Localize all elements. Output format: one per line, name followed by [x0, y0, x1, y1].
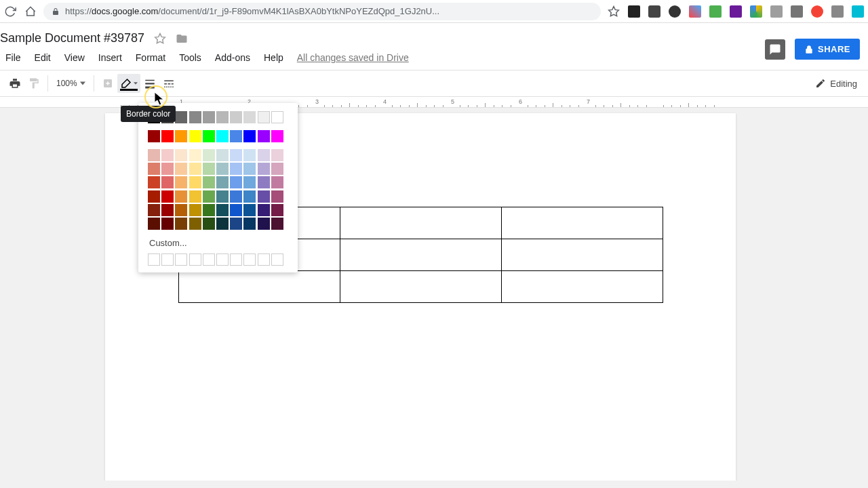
- comments-button[interactable]: [765, 39, 785, 60]
- color-swatch[interactable]: [243, 111, 256, 123]
- table-cell[interactable]: [179, 271, 340, 303]
- zoom-select[interactable]: 100%: [52, 79, 90, 88]
- table-cell[interactable]: [502, 207, 663, 239]
- color-swatch[interactable]: [175, 204, 187, 216]
- border-dash-button[interactable]: [159, 74, 178, 93]
- color-swatch[interactable]: [189, 204, 201, 216]
- table-cell[interactable]: [340, 271, 502, 303]
- color-swatch[interactable]: [271, 149, 283, 161]
- bookmark-star-icon[interactable]: [608, 5, 620, 18]
- home-icon[interactable]: [24, 5, 37, 18]
- save-status[interactable]: All changes saved in Drive: [292, 49, 414, 66]
- custom-color-slot[interactable]: [189, 253, 201, 266]
- color-swatch[interactable]: [148, 218, 160, 230]
- ext-icon-3[interactable]: [669, 5, 681, 18]
- custom-color-slot[interactable]: [161, 253, 174, 266]
- color-swatch[interactable]: [203, 163, 215, 175]
- color-swatch[interactable]: [230, 130, 242, 142]
- color-swatch[interactable]: [230, 218, 242, 230]
- color-swatch[interactable]: [230, 163, 242, 175]
- editing-mode-button[interactable]: Editing: [810, 78, 863, 89]
- custom-color-slot[interactable]: [175, 253, 187, 266]
- color-swatch[interactable]: [243, 204, 256, 216]
- color-swatch[interactable]: [216, 130, 229, 142]
- menu-file[interactable]: File: [0, 49, 26, 66]
- color-swatch[interactable]: [203, 130, 215, 142]
- color-swatch[interactable]: [258, 163, 270, 175]
- ext-icon-4[interactable]: [689, 5, 701, 18]
- color-swatch[interactable]: [203, 111, 215, 123]
- menu-insert[interactable]: Insert: [93, 49, 127, 66]
- border-width-button[interactable]: [140, 74, 159, 93]
- color-swatch[interactable]: [258, 111, 270, 123]
- ext-icon-5[interactable]: [709, 5, 722, 18]
- color-swatch[interactable]: [161, 163, 174, 175]
- menu-edit[interactable]: Edit: [29, 49, 56, 66]
- color-swatch[interactable]: [203, 149, 215, 161]
- color-swatch[interactable]: [161, 218, 174, 230]
- color-swatch[interactable]: [189, 163, 201, 175]
- color-swatch[interactable]: [203, 176, 215, 188]
- menu-view[interactable]: View: [59, 49, 90, 66]
- color-swatch[interactable]: [175, 176, 187, 188]
- border-color-button[interactable]: [117, 74, 140, 93]
- color-swatch[interactable]: [148, 176, 160, 188]
- reload-icon[interactable]: [4, 5, 16, 18]
- menu-tools[interactable]: Tools: [174, 49, 207, 66]
- color-swatch[interactable]: [216, 163, 229, 175]
- color-swatch[interactable]: [230, 149, 242, 161]
- color-swatch[interactable]: [271, 204, 283, 216]
- color-swatch[interactable]: [216, 111, 229, 123]
- menu-format[interactable]: Format: [130, 49, 171, 66]
- color-swatch[interactable]: [161, 204, 174, 216]
- color-swatch[interactable]: [189, 149, 201, 161]
- color-swatch[interactable]: [216, 190, 229, 203]
- color-swatch[interactable]: [258, 149, 270, 161]
- color-swatch[interactable]: [161, 149, 174, 161]
- color-swatch[interactable]: [189, 111, 201, 123]
- ext-icon-1[interactable]: [628, 5, 640, 18]
- color-swatch[interactable]: [243, 130, 256, 142]
- color-swatch[interactable]: [230, 204, 242, 216]
- color-swatch[interactable]: [230, 111, 242, 123]
- color-swatch[interactable]: [216, 204, 229, 216]
- color-swatch[interactable]: [216, 176, 229, 188]
- color-swatch[interactable]: [243, 149, 256, 161]
- folder-icon[interactable]: [176, 33, 188, 45]
- print-button[interactable]: [5, 74, 24, 93]
- ext-icon-11[interactable]: [831, 5, 844, 18]
- color-swatch[interactable]: [203, 204, 215, 216]
- color-swatch[interactable]: [161, 190, 174, 203]
- custom-color-slot[interactable]: [216, 253, 229, 266]
- color-swatch[interactable]: [148, 190, 160, 203]
- color-swatch[interactable]: [271, 218, 283, 230]
- color-swatch[interactable]: [271, 111, 283, 123]
- color-swatch[interactable]: [243, 190, 256, 203]
- color-swatch[interactable]: [243, 176, 256, 188]
- color-swatch[interactable]: [161, 176, 174, 188]
- color-swatch[interactable]: [175, 218, 187, 230]
- color-swatch[interactable]: [243, 163, 256, 175]
- color-swatch[interactable]: [175, 163, 187, 175]
- color-swatch[interactable]: [189, 218, 201, 230]
- custom-color-slot[interactable]: [203, 253, 215, 266]
- url-bar[interactable]: https://docs.google.com/document/d/1r_j9…: [43, 3, 601, 20]
- color-swatch[interactable]: [175, 130, 187, 142]
- color-swatch[interactable]: [148, 130, 160, 142]
- color-swatch[interactable]: [148, 204, 160, 216]
- add-button[interactable]: [98, 74, 117, 93]
- ext-icon-8[interactable]: [770, 5, 783, 18]
- menu-help[interactable]: Help: [258, 49, 289, 66]
- color-swatch[interactable]: [216, 218, 229, 230]
- ext-icon-12[interactable]: [852, 5, 864, 18]
- ext-icon-7[interactable]: [750, 5, 762, 18]
- color-swatch[interactable]: [175, 149, 187, 161]
- document-title[interactable]: Sample Document #39787: [0, 31, 144, 45]
- menu-addons[interactable]: Add-ons: [210, 49, 256, 66]
- ext-icon-10[interactable]: [811, 5, 823, 18]
- color-swatch[interactable]: [258, 130, 270, 142]
- color-swatch[interactable]: [230, 176, 242, 188]
- color-swatch[interactable]: [271, 163, 283, 175]
- color-swatch[interactable]: [189, 190, 201, 203]
- color-swatch[interactable]: [258, 218, 270, 230]
